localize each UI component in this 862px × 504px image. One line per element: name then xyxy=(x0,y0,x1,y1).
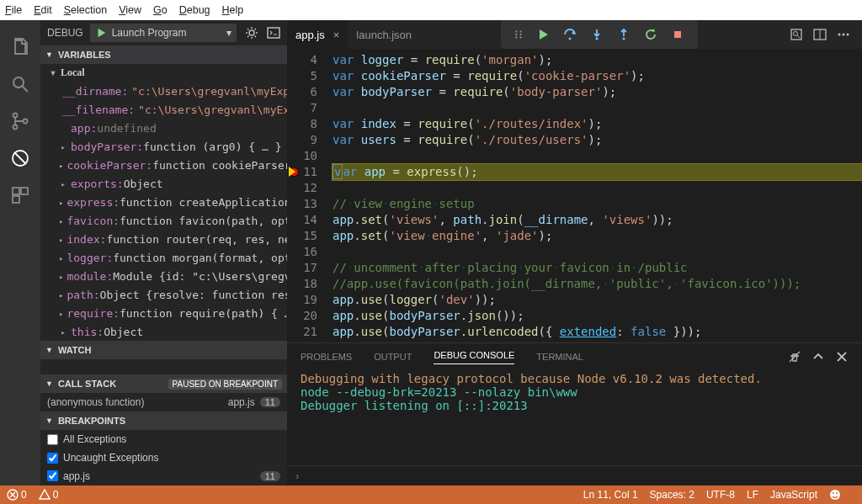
svg-point-20 xyxy=(622,38,625,40)
debug-sidepanel: DEBUG Launch Program ▾ ▼VARIABLES ▼Local… xyxy=(40,20,287,485)
panel-up-icon[interactable] xyxy=(811,350,825,363)
status-eol[interactable]: LF xyxy=(747,489,758,501)
status-encoding[interactable]: UTF-8 xyxy=(706,489,735,501)
svg-point-38 xyxy=(836,492,838,494)
step-into-icon[interactable] xyxy=(590,28,604,41)
bp-file[interactable]: app.js11 xyxy=(40,467,287,485)
panel-tab-debug-console[interactable]: DEBUG CONSOLE xyxy=(434,350,514,364)
svg-point-2 xyxy=(13,114,18,118)
stackframe[interactable]: (anonymous function) app.js 11 xyxy=(40,393,287,411)
restart-icon[interactable] xyxy=(644,28,657,41)
editor-tabs: app.js× launch.json xyxy=(287,20,862,49)
svg-point-28 xyxy=(842,34,844,36)
menu-go[interactable]: Go xyxy=(153,4,168,16)
var-cookieparser[interactable]: ▸cookieParser:function cookieParser… xyxy=(40,157,287,175)
var-index[interactable]: ▸index:function router(req, res, ne… xyxy=(40,231,287,249)
chevron-down-icon: ▾ xyxy=(226,27,231,39)
checkbox[interactable] xyxy=(47,470,58,481)
status-spaces[interactable]: Spaces: 2 xyxy=(650,489,694,501)
svg-point-13 xyxy=(519,30,521,32)
drag-handle-icon[interactable] xyxy=(513,29,524,40)
search-icon[interactable] xyxy=(10,74,30,94)
clear-icon[interactable] xyxy=(788,350,801,363)
gear-icon[interactable] xyxy=(245,26,258,40)
var-module[interactable]: ▸module:Module {id: "c:\Users\gregv… xyxy=(40,268,287,286)
activity-bar xyxy=(0,20,40,485)
var-path[interactable]: ▸path:Object {resolve: function res… xyxy=(40,286,287,305)
menubar: File Edit Selection View Go Debug Help xyxy=(0,0,862,20)
console-line: Debugging with legacy protocol because N… xyxy=(301,372,849,385)
menu-edit[interactable]: Edit xyxy=(34,4,52,16)
status-lang[interactable]: JavaScript xyxy=(770,489,817,501)
editor-area: app.js× launch.json 45678910111213141516… xyxy=(287,20,862,485)
variables-header[interactable]: ▼VARIABLES xyxy=(40,45,287,64)
status-warnings[interactable]: 0 xyxy=(39,489,59,501)
svg-line-6 xyxy=(14,152,26,164)
split-editor-icon[interactable] xyxy=(813,28,827,41)
continue-icon[interactable] xyxy=(536,28,550,41)
menu-help[interactable]: Help xyxy=(222,4,244,16)
close-icon[interactable]: × xyxy=(333,29,340,41)
status-feedback-icon[interactable] xyxy=(829,489,843,501)
stop-icon[interactable] xyxy=(671,28,684,41)
svg-rect-11 xyxy=(268,28,279,38)
checkbox[interactable] xyxy=(47,453,58,464)
menu-view[interactable]: View xyxy=(119,4,141,16)
debug-console-input[interactable]: › xyxy=(287,465,862,485)
status-errors[interactable]: 0 xyxy=(7,489,27,501)
console-line: Debugger listening on [::]:20213 xyxy=(301,399,849,412)
panel-close-icon[interactable] xyxy=(835,350,849,363)
debug-label: DEBUG xyxy=(47,27,83,39)
callstack-header[interactable]: ▼CALL STACKPAUSED ON BREAKPOINT xyxy=(40,374,287,393)
launch-config-dropdown[interactable]: Launch Program ▾ xyxy=(90,24,237,42)
var-express[interactable]: ▸express:function createApplication… xyxy=(40,194,287,212)
svg-point-17 xyxy=(519,36,521,38)
step-out-icon[interactable] xyxy=(617,28,631,41)
tab-app-js[interactable]: app.js× xyxy=(287,20,348,49)
var-this[interactable]: ▸this:Object xyxy=(40,323,287,341)
panel-tab-terminal[interactable]: TERMINAL xyxy=(536,352,583,362)
var-logger[interactable]: ▸logger:function morgan(format, opt… xyxy=(40,249,287,268)
svg-point-27 xyxy=(838,34,840,36)
var-bodyparser[interactable]: ▸bodyParser:function (arg0) { … } xyxy=(40,138,287,157)
checkbox[interactable] xyxy=(47,434,58,445)
debug-console-icon[interactable] xyxy=(267,26,280,40)
files-icon[interactable] xyxy=(10,37,30,57)
var-dirname[interactable]: __dirname:"c:\Users\gregvanl\myExp… xyxy=(40,82,287,101)
watch-header[interactable]: ▼WATCH xyxy=(40,341,287,359)
debug-icon[interactable] xyxy=(10,148,30,168)
breakpoints-header[interactable]: ▼BREAKPOINTS xyxy=(40,411,287,430)
bp-uncaught[interactable]: Uncaught Exceptions xyxy=(40,448,287,467)
debug-toolbar[interactable] xyxy=(501,20,698,49)
var-require[interactable]: ▸require:function require(path) { …… xyxy=(40,305,287,323)
tab-launch-json[interactable]: launch.json xyxy=(348,20,420,49)
code-editor[interactable]: 45678910111213141516171819202122 var log… xyxy=(287,49,862,342)
var-filename[interactable]: __filename:"c:\Users\gregvanl\myEx… xyxy=(40,101,287,119)
panel-tab-problems[interactable]: PROBLEMS xyxy=(301,352,352,362)
svg-point-36 xyxy=(830,490,840,500)
menu-selection[interactable]: Selection xyxy=(64,4,107,16)
step-over-icon[interactable] xyxy=(563,28,577,41)
var-app[interactable]: app:undefined xyxy=(40,119,287,138)
svg-point-16 xyxy=(515,36,517,38)
extensions-icon[interactable] xyxy=(10,185,30,205)
status-ln-col[interactable]: Ln 11, Col 1 xyxy=(583,489,638,501)
git-icon[interactable] xyxy=(10,111,30,131)
menu-debug[interactable]: Debug xyxy=(179,4,210,16)
var-exports[interactable]: ▸exports:Object xyxy=(40,175,287,194)
var-favicon[interactable]: ▸favicon:function favicon(path, opt… xyxy=(40,212,287,231)
play-icon[interactable] xyxy=(95,27,107,39)
bp-all-exceptions[interactable]: All Exceptions xyxy=(40,430,287,448)
svg-line-1 xyxy=(23,87,28,92)
svg-point-37 xyxy=(833,492,834,494)
panel-tab-output[interactable]: OUTPUT xyxy=(374,352,412,362)
scope-local[interactable]: ▼Local xyxy=(40,64,287,82)
svg-point-15 xyxy=(519,34,521,35)
menu-file[interactable]: File xyxy=(5,4,22,16)
svg-line-24 xyxy=(797,35,800,38)
svg-point-0 xyxy=(13,77,24,88)
svg-point-19 xyxy=(595,38,598,40)
more-icon[interactable] xyxy=(837,28,850,41)
svg-point-14 xyxy=(515,34,517,35)
find-icon[interactable] xyxy=(790,28,803,41)
